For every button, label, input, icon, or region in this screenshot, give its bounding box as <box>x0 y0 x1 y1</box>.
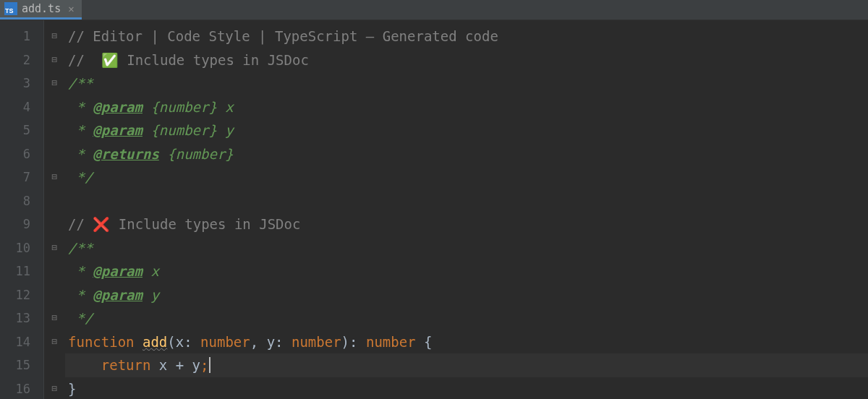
tab-filename: add.ts <box>22 2 61 15</box>
jsdoc-tag: @param <box>93 263 142 279</box>
fold-toggle[interactable] <box>44 259 65 283</box>
fold-toggle[interactable] <box>44 95 65 119</box>
jsdoc-line: * @param x <box>68 263 159 279</box>
line-number: 7 <box>0 166 43 189</box>
fold-toggle[interactable]: ⊟ <box>44 330 65 354</box>
comment-text: Include types in JSDoc <box>119 52 309 68</box>
jsdoc-tag: @returns <box>93 146 159 162</box>
line-number: 9 <box>0 213 43 236</box>
code-line[interactable]: * @param y <box>65 283 868 307</box>
code-line[interactable]: // ❌ Include types in JSDoc <box>65 213 868 236</box>
fold-toggle[interactable]: ⊟ <box>44 377 65 400</box>
editor-area: 1 2 3 4 5 6 7 8 9 10 11 12 13 14 15 16 ⊟… <box>0 20 868 399</box>
type-keyword: number <box>366 334 416 350</box>
file-tab[interactable]: TS add.ts ✕ <box>0 0 82 20</box>
code-content[interactable]: // Editor | Code Style | TypeScript – Ge… <box>65 20 868 399</box>
fold-toggle[interactable]: ⊟ <box>44 72 65 95</box>
code-line[interactable]: */ <box>65 306 868 330</box>
code-line[interactable]: /** <box>65 72 868 95</box>
code-line[interactable]: function add(x: number, y: number): numb… <box>65 330 868 354</box>
fold-toggle[interactable]: ⊟ <box>44 25 65 48</box>
line-number: 16 <box>0 377 43 400</box>
keyword-return: return <box>101 357 151 373</box>
fold-toggle[interactable]: ⊟ <box>44 48 65 72</box>
code-line[interactable] <box>65 189 868 213</box>
line-number: 4 <box>0 95 43 119</box>
close-icon[interactable]: ✕ <box>68 3 74 14</box>
code-line-current[interactable]: return x + y; <box>65 353 868 377</box>
fold-toggle[interactable] <box>44 119 65 142</box>
text-cursor <box>209 357 210 373</box>
fold-toggle[interactable]: ⊟ <box>44 166 65 189</box>
line-number-gutter: 1 2 3 4 5 6 7 8 9 10 11 12 13 14 15 16 <box>0 20 43 399</box>
line-number: 14 <box>0 330 43 354</box>
comment-text: // <box>68 52 101 68</box>
jsdoc-open: /** <box>68 75 93 91</box>
code-line[interactable]: /** <box>65 236 868 260</box>
code-line[interactable]: */ <box>65 166 868 189</box>
fold-toggle[interactable] <box>44 283 65 307</box>
jsdoc-tag: @param <box>93 122 142 138</box>
fold-column: ⊟ ⊟ ⊟ ⊟ ⊟ ⊟ ⊟ ⊟ <box>43 20 65 399</box>
type-keyword: number <box>292 334 341 350</box>
line-number: 10 <box>0 236 43 260</box>
line-number: 5 <box>0 119 43 142</box>
line-number: 13 <box>0 306 43 330</box>
jsdoc-line: * @param y <box>68 287 159 303</box>
code-line[interactable]: // Editor | Code Style | TypeScript – Ge… <box>65 25 868 48</box>
check-icon: ✅ <box>101 52 119 68</box>
line-number: 2 <box>0 48 43 72</box>
jsdoc-line: * @returns {number} <box>68 146 234 162</box>
code-line[interactable]: * @param {number} y <box>65 119 868 142</box>
jsdoc-tag: @param <box>93 287 142 303</box>
jsdoc-close: */ <box>68 169 93 185</box>
code-line[interactable]: * @returns {number} <box>65 142 868 166</box>
fold-toggle[interactable]: ⊟ <box>44 236 65 260</box>
code-line[interactable]: * @param x <box>65 259 868 283</box>
code-line[interactable]: // ✅ Include types in JSDoc <box>65 48 868 72</box>
jsdoc-tag: @param <box>93 99 142 115</box>
comment-text: Include types in JSDoc <box>110 216 300 232</box>
code-line[interactable]: } <box>65 377 868 400</box>
function-name: add <box>142 334 167 350</box>
tab-bar: TS add.ts ✕ <box>0 0 868 20</box>
cross-icon: ❌ <box>93 216 110 232</box>
comment-text: // <box>68 216 93 232</box>
jsdoc-close: */ <box>68 310 93 326</box>
line-number: 11 <box>0 259 43 283</box>
keyword-function: function <box>68 334 135 350</box>
fold-toggle[interactable]: ⊟ <box>44 306 65 330</box>
line-number: 3 <box>0 72 43 95</box>
typescript-file-icon: TS <box>4 2 17 15</box>
line-number: 6 <box>0 142 43 166</box>
jsdoc-open: /** <box>68 240 93 256</box>
fold-toggle[interactable] <box>44 353 65 377</box>
line-number: 15 <box>0 353 43 377</box>
fold-toggle[interactable] <box>44 213 65 236</box>
code-line[interactable]: * @param {number} x <box>65 95 868 119</box>
jsdoc-line: * @param {number} x <box>68 99 234 115</box>
line-number: 8 <box>0 189 43 213</box>
fold-toggle[interactable] <box>44 189 65 213</box>
type-keyword: number <box>200 334 250 350</box>
line-number: 12 <box>0 283 43 307</box>
jsdoc-line: * @param {number} y <box>68 122 234 138</box>
comment-text: // Editor | Code Style | TypeScript – Ge… <box>68 28 498 44</box>
line-number: 1 <box>0 25 43 48</box>
fold-toggle[interactable] <box>44 142 65 166</box>
